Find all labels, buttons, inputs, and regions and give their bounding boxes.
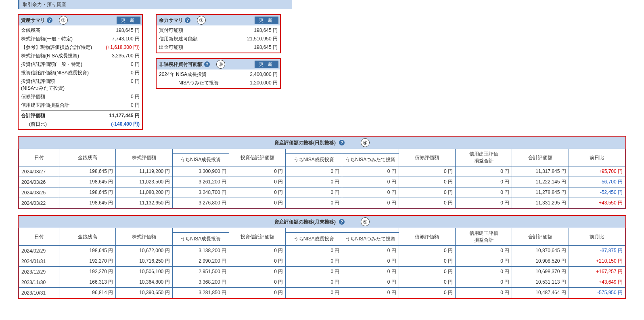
help-icon[interactable]: ? — [339, 140, 345, 145]
help-icon[interactable]: ? — [47, 17, 52, 23]
table-header — [342, 149, 399, 154]
badge-3: ③ — [216, 60, 225, 69]
table-cell: -37,875 円 — [569, 246, 625, 256]
table-cell: 3,248,700 円 — [172, 187, 229, 198]
badge-4: ④ — [361, 138, 370, 147]
kv-value: 0 円 — [131, 102, 140, 109]
table-cell: +167,257 円 — [569, 267, 625, 277]
total-label: 合計評価額 — [21, 112, 45, 119]
update-button[interactable]: 更 新 — [255, 17, 278, 24]
table-cell: 11,317,845 円 — [512, 166, 569, 177]
table-cell: +95,700 円 — [569, 166, 625, 177]
table-cell: -56,700 円 — [569, 177, 625, 187]
table-cell: 0 円 — [286, 277, 342, 288]
table-cell: 0 円 — [399, 166, 455, 177]
table-cell: 198,645 円 — [59, 177, 116, 187]
table-cell: 0 円 — [286, 256, 342, 267]
nisa-title: 非課税枠買付可能額 — [159, 61, 203, 68]
table-cell: 0 円 — [456, 246, 512, 256]
help-icon[interactable]: ? — [204, 61, 210, 67]
table-cell: 10,870,645 円 — [512, 246, 569, 256]
table-cell: 3,300,900 円 — [172, 166, 229, 177]
table-header: 日付 — [19, 149, 59, 166]
table-header: 信用建玉評価 損益合計 — [456, 228, 512, 246]
kv-label: 2024年 NISA成長投資 — [159, 71, 207, 78]
table-cell: 198,645 円 — [59, 198, 116, 208]
help-icon[interactable]: ? — [339, 219, 345, 225]
table-cell: 0 円 — [456, 288, 512, 298]
table-cell: 2024/03/27 — [19, 166, 59, 177]
table-cell: 0 円 — [229, 166, 285, 177]
buying-power-title: 余力サマリ — [159, 17, 183, 24]
table-row: 2024/03/25198,645 円11,080,200 円3,248,700… — [19, 187, 625, 198]
table-row: 2023/12/29192,270 円10,506,100 円2,951,500… — [19, 267, 625, 277]
table-header: 債券評価額 — [399, 149, 455, 166]
table-header: 投資信託評価額 — [229, 149, 285, 166]
table-header: 投資信託評価額 — [229, 228, 285, 246]
table-cell: 0 円 — [342, 177, 399, 187]
table-cell: 0 円 — [229, 246, 285, 256]
kv-label: 買付可能額 — [159, 27, 183, 34]
table-cell: -575,950 円 — [569, 288, 625, 298]
table-cell: 11,132,650 円 — [116, 198, 172, 208]
kv-label: NISAつみたて投資 — [159, 80, 219, 86]
table-cell: 10,531,113 円 — [512, 277, 569, 288]
table-cell: 192,270 円 — [59, 256, 116, 267]
table-cell: +43,649 円 — [569, 277, 625, 288]
table-cell: 96,814 円 — [59, 288, 116, 298]
update-button[interactable]: 更 新 — [255, 61, 278, 68]
monthly-history-panel: 資産評価額の推移(月末推移) ? ⑤ 日付金銭残高株式評価額投資信託評価額債券評… — [18, 215, 626, 299]
table-header: 合計評価額 — [512, 228, 569, 246]
kv-label: 株式評価額(一般・特定) — [21, 36, 73, 42]
kv-value: 7,743,100 円 — [112, 36, 140, 42]
badge-1: ① — [59, 16, 68, 25]
table-cell: 0 円 — [286, 187, 342, 198]
table-row: 2023/10/3196,814 円10,390,650 円3,281,850 … — [19, 288, 625, 298]
table-cell: 0 円 — [229, 277, 285, 288]
table-cell: 0 円 — [342, 198, 399, 208]
table-cell: 3,276,800 円 — [172, 198, 229, 208]
table-cell: 0 円 — [456, 256, 512, 267]
table-cell: 0 円 — [342, 166, 399, 177]
table-cell: 0 円 — [399, 256, 455, 267]
help-icon[interactable]: ? — [185, 17, 190, 23]
kv-label: 株式評価額(NISA成長投資) — [21, 53, 79, 59]
table-cell: 0 円 — [342, 267, 399, 277]
table-cell: 0 円 — [342, 256, 399, 267]
table-header — [172, 149, 229, 154]
table-header: 金銭残高 — [59, 228, 116, 246]
table-header — [286, 228, 342, 233]
table-cell: 3,281,850 円 — [172, 288, 229, 298]
buying-power-panel: 余力サマリ ? ② 更 新 買付可能額198,645 円信用新規建可能額21,5… — [156, 14, 281, 53]
table-cell: +43,550 円 — [569, 198, 625, 208]
kv-label: 信用建玉評価損益合計 — [21, 102, 69, 109]
table-cell: 10,390,650 円 — [116, 288, 172, 298]
prev-value: (-140,400 円) — [111, 121, 140, 128]
kv-label: 債券評価額 — [21, 93, 45, 100]
table-cell: 198,645 円 — [59, 166, 116, 177]
table-cell: 3,138,200 円 — [172, 246, 229, 256]
table-cell: 0 円 — [456, 267, 512, 277]
table-header: 金銭残高 — [59, 149, 116, 166]
table-cell: 0 円 — [456, 198, 512, 208]
table-cell: 0 円 — [342, 288, 399, 298]
table-cell: 0 円 — [399, 267, 455, 277]
table-cell: 10,672,000 円 — [116, 246, 172, 256]
table-cell: 0 円 — [399, 277, 455, 288]
table-cell: 0 円 — [286, 267, 342, 277]
table-header: うちNISAつみたて投資 — [342, 154, 399, 166]
update-button[interactable]: 更 新 — [117, 17, 140, 24]
table-cell: 3,368,200 円 — [172, 277, 229, 288]
table-cell: 0 円 — [456, 187, 512, 198]
table-cell: 2,951,500 円 — [172, 267, 229, 277]
table-header: うちNISAつみたて投資 — [342, 233, 399, 246]
table-header: うちNISA成長投資 — [172, 154, 229, 166]
table-cell: 0 円 — [456, 277, 512, 288]
table-cell: 11,080,200 円 — [116, 187, 172, 198]
table-header: 株式評価額 — [116, 228, 172, 246]
table-row: 2024/02/29198,645 円10,672,000 円3,138,200… — [19, 246, 625, 256]
daily-history-panel: 資産評価額の推移(日別推移) ? ④ 日付金銭残高株式評価額投資信託評価額債券評… — [18, 136, 626, 209]
page-title: 取引余力・預り資産 — [18, 0, 292, 9]
nisa-panel: 非課税枠買付可能額 ? ③ 更 新 2024年 NISA成長投資2,400,00… — [156, 58, 281, 89]
table-header: うちNISA成長投資 — [286, 233, 342, 246]
